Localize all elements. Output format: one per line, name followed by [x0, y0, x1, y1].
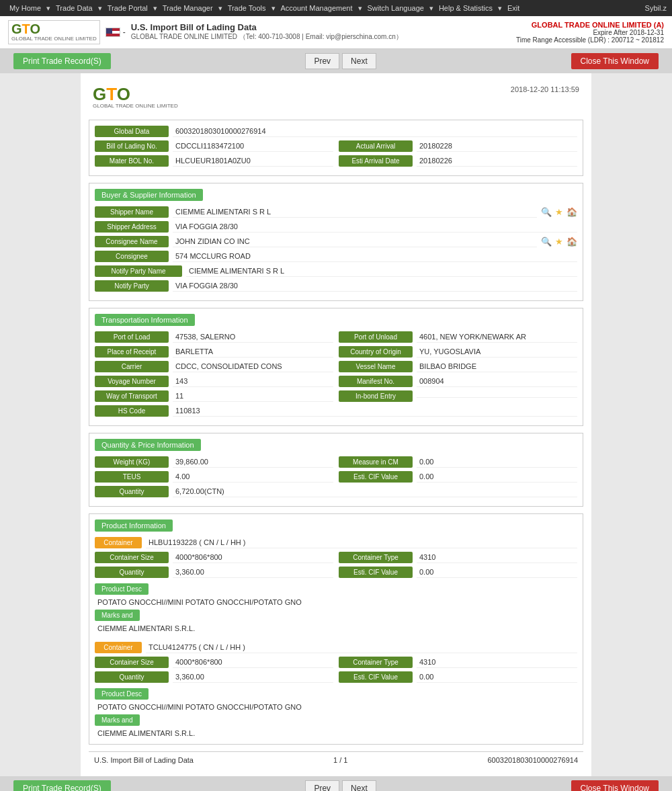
transportation-section: Transportation Information Port of Load …	[89, 308, 583, 426]
nav-user: Sybil.z	[645, 4, 667, 12]
next-button-bottom[interactable]: Next	[342, 780, 376, 791]
flag-area: -	[106, 28, 126, 37]
measure-label: Measure in CM	[339, 456, 413, 468]
nav-trade-data[interactable]: Trade Data	[52, 3, 97, 13]
container-1-cif-value: 0.00	[417, 567, 577, 578]
vessel-name-label: Vessel Name	[339, 361, 413, 372]
notify-party-name-value: CIEMME ALIMENTARI S R L	[186, 265, 577, 277]
bol-value: CDCCLI1183472100	[173, 140, 333, 152]
container-1-label: Container	[95, 537, 142, 548]
product-info-section: Product Information Container HLBU119322…	[89, 513, 583, 745]
container-1-marks: Marks and CIEMME ALIMENTARI S.R.L.	[95, 608, 577, 634]
container-1-qty-row: Quantity 3,360.00 Esti. CIF Value 0.00	[95, 567, 577, 578]
way-transport-label: Way of Transport	[95, 390, 169, 402]
shipper-address-row: Shipper Address VIA FOGGIA 28/30	[95, 221, 577, 233]
shipper-name-label: Shipper Name	[95, 206, 169, 218]
consignee-icons: 🔍 ★ 🏠	[541, 236, 577, 247]
header-contact: GLOBAL TRADE ONLINE LIMITED （Tel: 400-71…	[131, 32, 403, 42]
notify-party-value: VIA FOGGIA 28/30	[173, 280, 577, 292]
print-button-top[interactable]: Print Trade Record(S)	[13, 53, 111, 69]
shipper-name-value: CIEMME ALIMENTARI S R L	[173, 206, 537, 218]
way-transport-row: Way of Transport 11 In-bond Entry	[95, 390, 577, 402]
way-transport-value: 11	[173, 390, 333, 402]
global-data-value: 6003201803010000276914	[173, 126, 577, 137]
product-info-title: Product Information	[95, 519, 173, 532]
in-bond-label: In-bond Entry	[339, 390, 413, 402]
consignee-home-icon[interactable]: 🏠	[566, 236, 577, 247]
container-1-size-value: 4000*806*800	[173, 552, 333, 563]
footer-record-number: 6003201803010000276914	[487, 756, 578, 764]
container-2-qty-value: 3,360.00	[173, 671, 333, 683]
main-content: GTO GLOBAL TRADE ONLINE LIMITED 2018-12-…	[81, 73, 591, 776]
nav-help-statistics[interactable]: Help & Statistics	[435, 3, 497, 13]
footer-page-info: 1 / 1	[333, 756, 347, 764]
close-button-top[interactable]: Close This Window	[571, 53, 659, 69]
print-button-bottom[interactable]: Print Trade Record(S)	[13, 780, 111, 791]
nav-exit[interactable]: Exit	[503, 3, 523, 13]
next-button-top[interactable]: Next	[342, 53, 376, 69]
mater-bol-row: Mater BOL No. HLCUEUR1801A0ZU0 Esti Arri…	[95, 155, 577, 167]
esti-cif-value: 0.00	[417, 471, 577, 483]
quantity-value: 6,720.00(CTN)	[173, 486, 577, 497]
shipper-home-icon[interactable]: 🏠	[566, 206, 577, 217]
consignee-name-with-icons: JOHN ZIDIAN CO INC 🔍 ★ 🏠	[173, 236, 577, 247]
container-2-row: Container TCLU4124775 ( CN / L / HH )	[95, 642, 577, 653]
container-1-type-label: Container Type	[339, 552, 413, 563]
weight-label: Weight (KG)	[95, 456, 169, 468]
shipper-name-row: Shipper Name CIEMME ALIMENTARI S R L 🔍 ★…	[95, 206, 577, 218]
nav-my-home[interactable]: My Home	[5, 3, 45, 13]
record-timestamp: 2018-12-20 11:13:59	[511, 85, 579, 93]
container-2-marks: Marks and CIEMME ALIMENTARI S.R.L.	[95, 712, 577, 739]
notify-party-name-row: Notify Party Name CIEMME ALIMENTARI S R …	[95, 265, 577, 277]
actual-arrival-label: Actual Arrival	[339, 140, 413, 152]
shipper-icons: 🔍 ★ 🏠	[541, 206, 577, 217]
actual-arrival-value: 20180228	[417, 140, 577, 152]
mater-bol-label: Mater BOL No.	[95, 155, 169, 167]
logo-box: GTO GLOBAL TRADE ONLINE LIMITED	[8, 20, 100, 44]
account-name: GLOBAL TRADE ONLINE LIMITED (A)	[516, 21, 664, 29]
footer-record-info: U.S. Import Bill of Lading Data 1 / 1 60…	[89, 751, 583, 768]
consignee-value: 574 MCCLURG ROAD	[173, 251, 577, 262]
port-unload-label: Port of Unload	[339, 331, 413, 343]
container-1-product-desc: Product Desc POTATO GNOCCHI//MINI POTATO…	[95, 581, 577, 608]
teus-label: TEUS	[95, 471, 169, 483]
logo: GTO GLOBAL TRADE ONLINE LIMITED	[11, 22, 97, 42]
prev-next-buttons-bottom: Prev Next	[305, 780, 376, 791]
consignee-star-icon[interactable]: ★	[554, 236, 564, 247]
product-desc-value-1: POTATO GNOCCHI//MINI POTATO GNOCCHI/POTA…	[95, 597, 577, 608]
record-logo: GTO GLOBAL TRADE ONLINE LIMITED	[93, 85, 178, 109]
teus-value: 4.00	[173, 471, 333, 483]
buyer-supplier-section: Buyer & Supplier Information Shipper Nam…	[89, 183, 583, 301]
prev-button-top[interactable]: Prev	[305, 53, 339, 69]
prev-button-bottom[interactable]: Prev	[305, 780, 339, 791]
notify-party-label: Notify Party	[95, 280, 169, 292]
container-1-qty-value: 3,360.00	[173, 567, 333, 578]
shipper-search-icon[interactable]: 🔍	[541, 206, 552, 217]
marks-label-1: Marks and	[95, 610, 140, 621]
nav-trade-portal[interactable]: Trade Portal	[103, 3, 152, 13]
container-1-type-value: 4310	[417, 552, 577, 563]
esti-arrival-value: 20180226	[417, 155, 577, 167]
nav-trade-tools[interactable]: Trade Tools	[224, 3, 270, 13]
container-2-size-value: 4000*806*800	[173, 657, 333, 668]
close-button-bottom[interactable]: Close This Window	[571, 780, 659, 791]
nav-trade-manager[interactable]: Trade Manager	[159, 3, 217, 13]
place-receipt-row: Place of Receipt BARLETTA Country of Ori…	[95, 346, 577, 358]
shipper-address-value: VIA FOGGIA 28/30	[173, 221, 577, 233]
container-2-cif-label: Esti. CIF Value	[339, 671, 413, 683]
global-data-label: Global Data	[95, 126, 169, 137]
nav-switch-language[interactable]: Switch Language	[364, 3, 428, 13]
voyage-row: Voyage Number 143 Manifest No. 008904	[95, 376, 577, 387]
buyer-supplier-title: Buyer & Supplier Information	[95, 189, 203, 201]
hs-code-label: HS Code	[95, 405, 169, 417]
transportation-title: Transportation Information	[95, 314, 195, 326]
consignee-search-icon[interactable]: 🔍	[541, 236, 552, 247]
country-origin-value: YU, YUGOSLAVIA	[417, 346, 577, 358]
container-2-cif-value: 0.00	[417, 671, 577, 683]
container-1-qty-label: Quantity	[95, 567, 169, 578]
container-1-cif-label: Esti. CIF Value	[339, 567, 413, 578]
nav-account-management[interactable]: Account Management	[277, 3, 357, 13]
container-1-size-label: Container Size	[95, 552, 169, 563]
nav-menu-items[interactable]: My Home▾ Trade Data▾ Trade Portal▾ Trade…	[5, 3, 523, 13]
shipper-star-icon[interactable]: ★	[554, 206, 564, 217]
